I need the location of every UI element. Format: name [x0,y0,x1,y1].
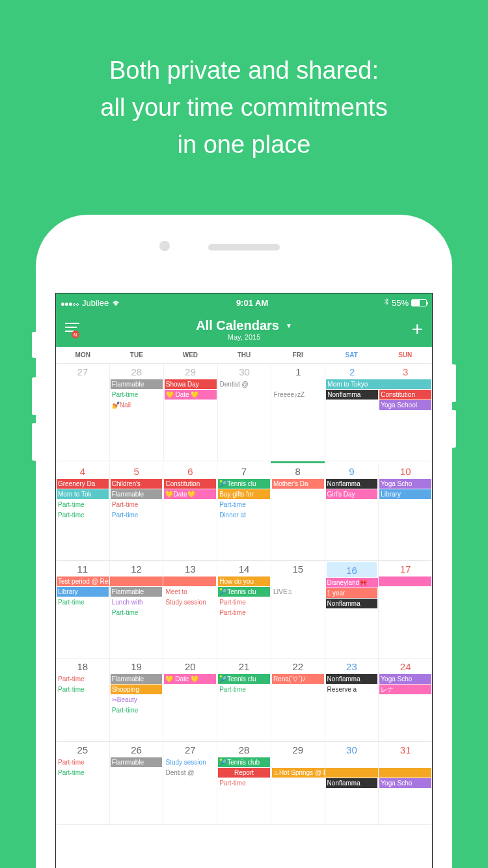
event-chip[interactable]: Flammable [111,379,163,389]
event-chip[interactable]: Dentist @ [164,768,216,778]
event-chip[interactable] [325,768,379,778]
day-cell[interactable]: 12 Flammable Lunch with Part-time [110,561,164,658]
day-cell[interactable]: 27 [56,364,110,461]
day-cell[interactable]: 25 Part-time Part-time [56,742,110,824]
day-cell[interactable]: 21 🎾Tennis clu Part-time [217,658,271,741]
event-chip[interactable]: How do you [218,576,270,586]
day-cell[interactable]: 16 Disneyland🎀 1 year Nonflamma [325,561,379,658]
event-chip[interactable] [110,576,164,586]
event-chip[interactable]: ✂Beauty [111,695,163,705]
event-chip[interactable]: Mom to Tokyo [326,379,379,389]
event-chip[interactable]: Disneyland🎀 [326,578,379,588]
event-chip[interactable]: Nonflamma [326,674,378,684]
event-chip[interactable]: Greenery Da [57,479,109,489]
event-chip[interactable]: Yoga Scho [379,479,431,489]
day-cell[interactable]: 23 Nonflamma Reserve a [325,658,379,741]
add-button[interactable]: + [403,318,423,340]
day-cell[interactable]: 7 🎾Tennis clu Buy gifts for Part-time Di… [217,463,271,560]
day-cell[interactable]: 27 Study session Dentist @ [163,742,217,824]
event-chip[interactable]: LIVE♫ [272,587,324,597]
event-chip[interactable]: Dinner at [218,510,270,520]
day-cell[interactable]: 3 Constitution Yoga School [379,364,432,461]
day-cell[interactable]: 29 ♨Hot Springs @ Ito [271,742,325,824]
event-chip[interactable]: ♨Hot Springs @ Ito [272,768,325,778]
day-cell[interactable]: 6 Constitution 💛Date💛 [163,463,217,560]
event-chip[interactable]: Yoga Scho [379,778,431,788]
day-cell[interactable]: 26 Flammable [110,742,164,824]
event-chip[interactable]: Library [379,489,431,499]
event-chip[interactable]: Part-time [111,510,163,520]
day-cell[interactable]: 30 Dentist @ [218,364,272,461]
day-cell[interactable]: 4 Greenery Da Mom to Tok Part-time Part-… [56,463,110,560]
event-chip[interactable]: Flammable [111,757,163,767]
day-cell[interactable]: 17 [379,561,432,658]
event-chip[interactable]: Part-time [57,768,109,778]
event-chip[interactable]: Constitution [379,390,431,400]
event-chip[interactable]: Test period @ Rena [57,576,110,586]
event-chip[interactable]: Part-time [218,778,270,788]
event-chip[interactable]: Rena(´▽`)ﾉ [272,674,324,684]
event-chip[interactable]: Meet to [164,587,216,597]
event-chip[interactable]: Part-time [57,597,109,607]
event-chip[interactable]: 🎾Tennis club [218,757,270,767]
day-cell[interactable]: 9 Nonflamma Girl's Day [325,463,379,560]
event-chip[interactable]: 🎾Tennis clu [218,674,270,684]
day-cell[interactable]: 8 Mother's Da [271,463,325,560]
event-chip[interactable]: Study session [164,757,216,767]
event-chip[interactable]: 💅Nail [111,400,163,410]
event-chip[interactable]: Part-time [218,608,270,617]
event-chip[interactable]: Part-time [218,597,270,607]
event-chip[interactable]: Nonflamma [326,390,378,400]
event-chip[interactable] [379,576,431,586]
event-chip[interactable]: Dentist @ [219,379,271,389]
event-chip[interactable]: Part-time [57,674,109,684]
day-cell[interactable]: 30 Nonflamma [325,742,379,824]
day-cell[interactable]: 5 Children's Flammable Part-time Part-ti… [110,463,164,560]
day-cell[interactable]: 19 Flammable Shopping ✂Beauty Part-time [110,658,164,741]
event-chip[interactable]: Shopping [111,685,163,694]
day-cell[interactable]: 22 Rena(´▽`)ﾉ [271,658,325,741]
day-cell[interactable]: 13 Meet to Study session [163,561,217,658]
event-chip[interactable]: Study session [164,597,216,607]
event-chip[interactable]: Nonflamma [326,599,378,608]
day-cell[interactable]: 2 Mom to Tokyo Nonflamma [325,364,379,461]
menu-button[interactable]: N [65,320,85,338]
event-chip[interactable]: Part-time [57,685,109,694]
event-chip[interactable]: Nonflamma [326,778,378,788]
event-chip[interactable]: Buy gifts for [218,489,270,499]
event-chip[interactable]: Part-time [111,500,163,509]
calendar-grid[interactable]: 27 28 Flammable Part-time 💅Nail 29 Showa… [56,364,432,825]
event-chip[interactable]: Part-time [57,757,109,767]
event-chip[interactable]: Freeee♪zZ [272,390,324,400]
event-chip[interactable]: Mother's Da [272,479,324,489]
day-cell[interactable]: 1 Freeee♪zZ [271,364,325,461]
event-chip[interactable]: 🎾Tennis clu [218,479,270,489]
event-chip[interactable]: Part-time [57,500,109,509]
day-cell[interactable]: 18 Part-time Part-time [56,658,110,741]
day-cell[interactable]: 31 Yoga Scho [379,742,432,824]
event-chip[interactable] [163,576,216,586]
day-cell[interactable]: 10 Yoga Scho Library [379,463,432,560]
event-chip[interactable]: Part-time [218,685,270,694]
event-chip[interactable]: Yoga School [379,400,431,410]
event-chip[interactable]: Children's [111,479,163,489]
event-chip[interactable]: Lunch with [111,597,163,607]
event-chip[interactable]: Showa Day [165,379,217,389]
event-chip[interactable]: Part-time [111,705,163,715]
event-chip[interactable]: Report [218,768,270,778]
event-chip[interactable] [379,379,431,389]
header-title[interactable]: All Calendars ▼ [196,318,292,333]
event-chip[interactable]: Library [57,587,109,597]
event-chip[interactable]: 1 year [326,588,378,598]
event-chip[interactable]: Part-time [218,500,270,509]
day-cell[interactable]: 20 💛 Date 💛 [163,658,217,741]
event-chip[interactable]: Flammable [111,489,163,499]
event-chip[interactable]: レナ [379,685,431,694]
event-chip[interactable]: Reserve a [326,685,378,694]
event-chip[interactable]: Yoga Scho [379,674,431,684]
event-chip[interactable]: Mom to Tok [57,489,109,499]
event-chip[interactable]: Flammable [111,674,163,684]
event-chip[interactable]: Flammable [111,587,163,597]
event-chip[interactable]: 💛Date💛 [164,489,216,499]
event-chip[interactable]: Part-time [111,390,163,400]
